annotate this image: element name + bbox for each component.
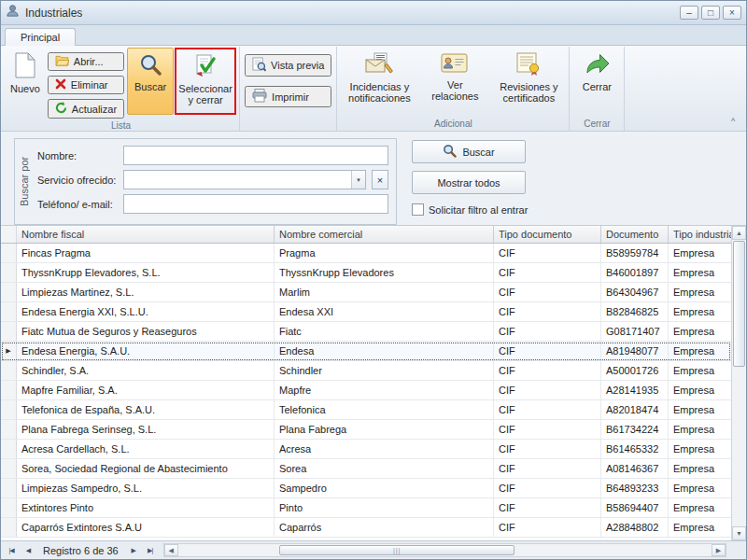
imprimir-button[interactable]: Imprimir: [245, 86, 331, 107]
checkbox-icon[interactable]: [412, 203, 424, 216]
vista-previa-button[interactable]: Vista previa: [245, 54, 331, 77]
cell: Endesa: [275, 342, 494, 360]
nav-next-button[interactable]: ▶: [126, 543, 141, 557]
telefono-email-input[interactable]: [123, 194, 388, 214]
horizontal-scrollbar[interactable]: ◀ ||| ▶: [163, 543, 726, 557]
column-header-tipo-documento[interactable]: Tipo documento: [494, 226, 601, 243]
cell: B64304967: [601, 283, 669, 301]
search-icon: [138, 52, 162, 79]
solicitar-filtro-label: Solicitar filtro al entrar: [429, 204, 528, 216]
cell: Sorea: [275, 459, 494, 478]
nav-prev-button[interactable]: ◀: [21, 543, 35, 557]
table-row[interactable]: Fincas PragmaPragmaCIFB58959784Empresa: [1, 244, 731, 263]
cell: CIF: [494, 381, 601, 399]
nombre-input[interactable]: [123, 146, 388, 165]
table-row[interactable]: Acresa Cardellach, S.L.AcresaCIFB6146533…: [1, 440, 731, 459]
servicio-ofrecido-input[interactable]: [124, 171, 351, 189]
buscar-ribbon-button[interactable]: Buscar: [127, 48, 174, 115]
tab-principal[interactable]: Principal: [5, 28, 76, 46]
cell: Mapfre Familiar, S.A.: [17, 381, 275, 399]
row-gutter: [1, 381, 17, 399]
column-header-nombre-fiscal[interactable]: Nombre fiscal: [17, 226, 275, 243]
incidencias-button[interactable]: Incidencias y notificaciones: [340, 48, 418, 115]
row-gutter: [1, 498, 17, 517]
row-gutter: [1, 479, 17, 497]
cell: Empresa: [669, 381, 731, 399]
revisiones-button[interactable]: Revisiones y certificados: [491, 48, 566, 115]
cell: Empresa: [669, 518, 731, 537]
select-and-close-icon: [193, 54, 218, 81]
column-header-documento[interactable]: Documento: [601, 226, 669, 243]
buscar-panel-button[interactable]: Buscar: [412, 140, 526, 163]
chevron-down-icon[interactable]: ▼: [351, 171, 365, 189]
search-icon: [443, 144, 457, 160]
vertical-scrollbar-thumb[interactable]: [733, 241, 745, 367]
row-gutter: [1, 283, 17, 301]
cell: Empresa: [669, 440, 731, 458]
table-row[interactable]: Telefonica de España, S.A.U.TelefonicaCI…: [1, 400, 731, 420]
data-grid: Nombre fiscal Nombre comercial Tipo docu…: [1, 225, 746, 540]
table-row[interactable]: Caparrós Extintores S.A.UCaparrósCIFA288…: [1, 518, 731, 538]
seleccionar-y-cerrar-button[interactable]: Seleccionar y cerrar: [176, 49, 234, 113]
open-folder-icon: [55, 55, 69, 68]
scrollbar-corner: [728, 542, 743, 559]
scroll-right-icon[interactable]: ▶: [712, 544, 726, 556]
status-bar: |◀ ◀ Registro 6 de 36 ▶ ▶| ◀ ||| ▶: [1, 540, 746, 559]
table-row[interactable]: Mapfre Familiar, S.A.MapfreCIFA28141935E…: [1, 381, 731, 400]
cell: Empresa: [669, 263, 731, 282]
row-gutter: [1, 459, 17, 478]
ver-relaciones-button[interactable]: Ver relaciones: [419, 48, 490, 115]
scroll-down-icon[interactable]: ▼: [732, 526, 746, 540]
collapse-ribbon-button[interactable]: ^: [726, 115, 740, 128]
group-label-lista: Lista: [6, 119, 236, 133]
table-row[interactable]: Limpiezas Martinez, S.L.MarlimCIFB643049…: [1, 283, 731, 302]
minimize-button[interactable]: –: [680, 6, 698, 20]
cell: Empresa: [669, 302, 731, 321]
nuevo-button[interactable]: Nuevo: [6, 48, 45, 115]
cell: A28848802: [601, 518, 669, 537]
row-gutter: [1, 361, 17, 380]
cell: Acresa: [275, 440, 494, 458]
table-row[interactable]: Plana Fabrega Serinseg, S.L.Plana Fabreg…: [1, 420, 731, 440]
cell: Empresa: [669, 322, 731, 341]
scroll-up-icon[interactable]: ▲: [732, 226, 746, 240]
scroll-left-icon[interactable]: ◀: [164, 544, 178, 556]
cell: Empresa: [669, 479, 731, 497]
nav-last-button[interactable]: ▶|: [143, 543, 158, 557]
ribbon: Nuevo Abrir... Eliminar: [1, 46, 746, 132]
table-row[interactable]: Limpiezas Sampedro, S.L.SampedroCIFB6489…: [1, 479, 731, 498]
grid-corner: [1, 226, 17, 243]
table-row[interactable]: Sorea, Sociedad Regional de Abastecimien…: [1, 459, 731, 479]
abrir-button[interactable]: Abrir...: [48, 52, 124, 71]
cell: CIF: [494, 400, 601, 419]
nav-first-button[interactable]: |◀: [4, 543, 19, 557]
cell: Telefonica: [275, 400, 494, 419]
cell: B58959784: [601, 244, 669, 262]
table-row[interactable]: Extintores PintoPintoCIFB58694407Empresa: [1, 498, 731, 518]
table-row[interactable]: Endesa Energia XXI, S.L.U.Endesa XXICIFB…: [1, 302, 731, 322]
vertical-scrollbar[interactable]: ▲ ▼: [731, 226, 746, 540]
servicio-ofrecido-combobox[interactable]: ▼: [123, 170, 366, 189]
actualizar-button[interactable]: Actualizar: [48, 99, 124, 119]
eliminar-button[interactable]: Eliminar: [48, 76, 124, 94]
column-header-tipo-industrial[interactable]: Tipo industrial: [669, 226, 731, 243]
table-row[interactable]: ThyssnKrupp Elevadores, S.L.ThyssnKrupp …: [1, 263, 731, 283]
cell: A28141935: [601, 381, 669, 399]
red-annotation-box: Seleccionar y cerrar: [175, 48, 236, 115]
cell: Plana Fabrega: [275, 420, 494, 439]
cell: CIF: [494, 361, 601, 380]
clear-filter-button[interactable]: ×: [372, 170, 388, 189]
titlebar[interactable]: Industriales – □ ×: [1, 1, 746, 25]
mostrar-todos-button[interactable]: Mostrar todos: [412, 171, 526, 194]
table-row[interactable]: Schindler, S.A.SchindlerCIFA50001726Empr…: [1, 361, 731, 381]
horizontal-scrollbar-thumb[interactable]: |||: [279, 545, 515, 555]
telefono-email-label: Teléfono/ e-mail:: [37, 199, 120, 210]
table-row[interactable]: ▶Endesa Energia, S.A.U.EndesaCIFA8194807…: [1, 342, 731, 361]
solicitar-filtro-checkbox-row[interactable]: Solicitar filtro al entrar: [412, 203, 528, 216]
close-button[interactable]: ×: [723, 6, 741, 20]
cell: A82018474: [601, 400, 669, 419]
maximize-button[interactable]: □: [701, 6, 720, 20]
cerrar-button[interactable]: Cerrar: [572, 48, 621, 115]
table-row[interactable]: Fiatc Mutua de Seguros y ReasegurosFiatc…: [1, 322, 731, 342]
column-header-nombre-comercial[interactable]: Nombre comercial: [275, 226, 494, 243]
